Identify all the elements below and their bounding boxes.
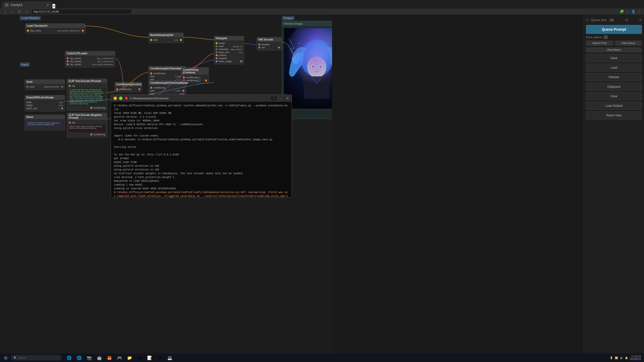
node-header-seed: Seed [25, 80, 65, 84]
node-vae-decode[interactable]: VAE Decode samples vae [257, 37, 282, 51]
terminal-line-6: Using pytorch cross attention [114, 126, 289, 130]
node-header-cond-timestep-2: ConditioningSetTimestepRange [149, 81, 186, 85]
taskbar-icon-settings[interactable]: ⚙ [135, 353, 144, 362]
browser-toolbar: ‹ › ↻ ⌂ 🧩 ☆ 👤 ⋮ [0, 9, 644, 15]
reload-button[interactable]: ↻ [17, 10, 22, 14]
browser-tab-bar: ComfyUI ✕ + [0, 0, 644, 9]
taskbar-notification-icon[interactable]: 🔔 [625, 356, 628, 359]
queue-prompt-button[interactable]: Queue Prompt [586, 25, 642, 34]
load-default-button[interactable]: Load Default [586, 102, 642, 110]
back-button[interactable]: ‹ [3, 10, 8, 14]
node-load-checkpoint[interactable]: Load Checkpoint ckpt_namesd3_medium.safe… [25, 23, 86, 34]
terminal-line-3: pytorch version: 2.3.1+cu121 [114, 115, 289, 119]
svg-point-1 [287, 28, 332, 86]
negative-prompt-text[interactable]: Blurry, messy, noisy, wrong lines, missi… [69, 125, 105, 132]
settings-icon[interactable]: ⋮ [637, 10, 641, 14]
taskbar-date-display: 2024/6/25 [630, 358, 641, 360]
section-output: Output [282, 16, 295, 20]
search-icon: 🔍 [14, 356, 17, 359]
extensions-icon[interactable]: 🧩 [620, 10, 624, 14]
clipspace-button[interactable]: Clipspace [586, 83, 642, 91]
terminal-split-button[interactable]: ⌄ [279, 97, 282, 100]
node-model-sampling[interactable]: ModelSamplingSd3 shift3.00 [148, 33, 184, 43]
node-noise[interactable]: Noise Resolution should be around / supp… [25, 115, 65, 130]
node-clip-text-encode-pos[interactable]: CLIP Text Encode (Prompt) clip A futuris… [67, 79, 107, 111]
svg-point-8 [319, 66, 322, 68]
tab-close-button[interactable]: ✕ [46, 3, 49, 7]
taskbar-time[interactable]: 11:16:19 2024/6/25 [630, 355, 641, 360]
svg-point-15 [332, 38, 332, 39]
terminal-line-1: D:\Stable_Diffusion\ComfyUI_windows_port… [114, 104, 289, 111]
taskbar-icon-explorer[interactable]: 📁 [125, 353, 134, 362]
queue-size-badge: 0 [609, 18, 615, 22]
queue-label: Queue size: [591, 18, 607, 22]
terminal-titlebar: ✕ C:\Windows\system32\cmd.exe + ⌄ ✕ [111, 95, 292, 102]
taskbar-sound-icon: 🔊 [620, 356, 623, 359]
node-seed[interactable]: Seed seed44651390243024 [25, 79, 65, 90]
node-header-model-sampling: ModelSamplingSd3 [149, 33, 183, 37]
svg-point-9 [313, 66, 314, 67]
svg-point-3 [300, 39, 332, 77]
terminal-minimize-button[interactable] [113, 97, 117, 100]
forward-button[interactable]: › [10, 10, 15, 14]
queue-front-button[interactable]: Queue Front [586, 40, 613, 46]
terminal-line-11: Starting server [114, 145, 289, 149]
taskbar-icon-browser2[interactable]: 🦊 [105, 353, 114, 362]
extra-options-checkbox[interactable] [604, 35, 608, 39]
section-input: Input [20, 62, 30, 67]
comfy-main: Load Models Input Load Checkpoint ckpt_n… [0, 15, 644, 362]
view-queue-button[interactable]: View Queue [615, 40, 642, 46]
svg-point-5 [311, 65, 315, 68]
reset-view-button[interactable]: Reset View [586, 111, 642, 119]
taskbar-pinned-icons: 🌐 🌐 📷 🤖 🦊 🎮 📁 ⚙ 📝 🖥 💻 [64, 353, 175, 362]
terminal-window: ✕ C:\Windows\system32\cmd.exe + ⌄ ✕ D:\S… [111, 95, 292, 198]
node-triple-clip-loader[interactable]: TripleCLIPLoader clip_name1clip_g_safete… [65, 51, 115, 67]
svg-point-12 [321, 66, 321, 66]
output-panel-header: Preview Image [282, 21, 332, 26]
taskbar-icon-chrome[interactable]: 🌐 [74, 353, 84, 362]
taskbar-search[interactable]: 🔍 Search [11, 355, 61, 360]
browser-tab[interactable]: ComfyUI ✕ [2, 2, 52, 9]
load-button[interactable]: Load [586, 64, 642, 72]
terminal-close-x[interactable]: ✕ [286, 97, 289, 100]
node-conditioning-zero-out[interactable]: ConditioningZeroOut conditioning [114, 82, 142, 92]
taskbar-icon-ai[interactable]: 🤖 [95, 353, 104, 362]
taskbar-icon-text[interactable]: 📝 [145, 353, 154, 362]
terminal-close-button[interactable]: ✕ [125, 97, 128, 100]
node-clip-text-encode-neg[interactable]: CLIP Text Encode (Negative Prompt) clip … [67, 113, 107, 138]
profile-icon[interactable]: 👤 [631, 10, 635, 14]
node-conditioning-timestep-1[interactable]: ConditioningSetTimestepRange conditionin… [148, 66, 186, 82]
clear-button[interactable]: Clear [586, 92, 642, 100]
taskbar-icon-terminal[interactable]: 🖥 [155, 353, 165, 362]
node-ksampler[interactable]: KSampler model seeddynpro_zo schedulersg… [214, 36, 244, 64]
start-button[interactable]: ⊞ [0, 353, 11, 362]
svg-point-4 [307, 57, 326, 78]
queue-close-icon[interactable]: ✕ [639, 18, 642, 22]
terminal-line-17: Using pytorch attention in VAE [114, 168, 289, 172]
view-history-button[interactable]: View History [586, 47, 642, 53]
refresh-button[interactable]: Refresh [586, 73, 642, 81]
taskbar-icon-edge[interactable]: 🌐 [64, 353, 74, 362]
svg-point-2 [303, 58, 331, 99]
taskbar-icon-cmd[interactable]: 💻 [165, 353, 175, 362]
terminal-tab[interactable]: + [271, 97, 276, 100]
node-header-cond-zero-out: ConditioningZeroOut [115, 82, 142, 86]
svg-point-10 [320, 66, 321, 67]
bookmark-icon[interactable]: ☆ [626, 10, 629, 14]
node-header-cond-combine: Conditioning (Combine) [181, 68, 209, 75]
positive-prompt-text[interactable]: A futuristic girl with long, flowing hai… [69, 88, 105, 106]
new-tab-button[interactable]: + [52, 4, 55, 9]
queue-settings-icon[interactable]: ⚙ [625, 18, 628, 22]
node-empty-sd3-latent[interactable]: EmptySD3LatentImage width1024 height1024… [25, 95, 65, 111]
svg-point-11 [313, 66, 314, 66]
terminal-line-10 [114, 142, 289, 145]
taskbar-icon-camera[interactable]: 📷 [85, 353, 94, 362]
svg-point-14 [299, 43, 300, 44]
home-button[interactable]: ⌂ [24, 10, 29, 14]
terminal-maximize-button[interactable] [119, 97, 123, 100]
terminal-line-20: Requested to load SD3ClipModel [114, 179, 289, 183]
taskbar-icon-game[interactable]: 🎮 [115, 353, 124, 362]
address-bar[interactable] [31, 9, 132, 14]
save-button[interactable]: Save [586, 54, 642, 62]
svg-point-13 [316, 69, 317, 70]
